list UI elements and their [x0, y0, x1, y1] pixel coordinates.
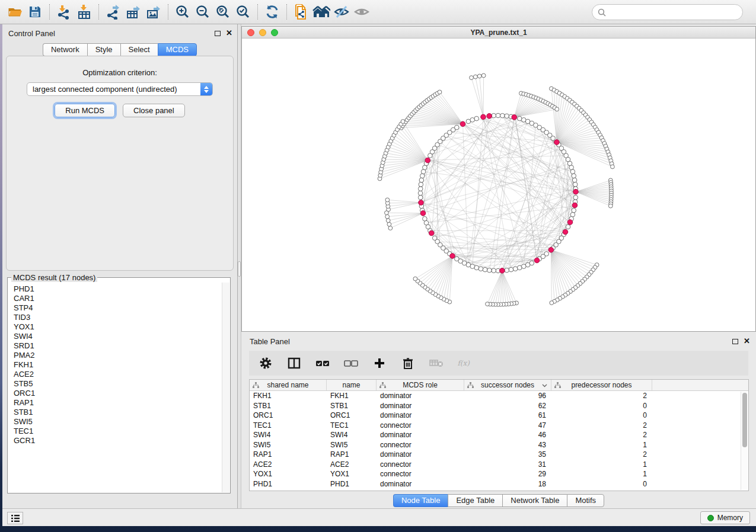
add-column-icon[interactable] [371, 355, 388, 371]
status-bar: Memory [2, 508, 756, 526]
mcds-result-item[interactable]: PMA2 [14, 351, 221, 360]
float-window-icon[interactable] [215, 31, 221, 36]
task-history-icon[interactable] [7, 512, 23, 524]
search-field[interactable] [592, 4, 743, 20]
table-row[interactable]: FKH1FKH1dominator962 [250, 391, 748, 401]
float-window-icon[interactable] [732, 339, 738, 344]
table-row[interactable]: ACE2ACE2connector311 [250, 460, 748, 470]
cell: FKH1 [250, 391, 327, 401]
zoom-in-icon[interactable] [173, 2, 193, 21]
run-mcds-button[interactable]: Run MCDS [55, 104, 115, 117]
column-header-mcds-role[interactable]: MCDS role [377, 380, 464, 390]
show-all-eye-icon[interactable] [352, 2, 372, 21]
network-titlebar: YPA_prune.txt_1 [242, 27, 755, 39]
mcds-result-item[interactable]: SRD1 [14, 341, 221, 351]
column-header-name[interactable]: name [327, 380, 377, 390]
search-input[interactable] [609, 7, 742, 18]
mcds-result-item[interactable]: FKH1 [14, 360, 221, 370]
zoom-out-icon[interactable] [193, 2, 213, 21]
network-node [492, 268, 496, 273]
table-row[interactable]: STB1STB1dominator620 [250, 401, 748, 411]
table-row[interactable]: SWI4SWI4dominator462 [250, 430, 748, 440]
hide-selected-eye-icon[interactable] [331, 2, 352, 21]
table-settings-icon[interactable] [257, 355, 274, 371]
mcds-result-item[interactable]: STB1 [14, 408, 221, 417]
mcds-result-item[interactable]: TEC1 [14, 427, 221, 436]
select-all-rows-icon[interactable] [314, 355, 331, 371]
deselect-all-rows-icon[interactable] [343, 355, 359, 371]
column-header-successor-nodes[interactable]: successor nodes [464, 380, 551, 390]
cell: STB1 [327, 401, 377, 411]
close-panel-icon[interactable]: ✕ [744, 338, 750, 344]
mcds-result-item[interactable]: ACE2 [14, 370, 221, 379]
mcds-result-item[interactable]: TID3 [14, 313, 221, 322]
save-session-icon[interactable] [25, 2, 45, 21]
tab-edge-table[interactable]: Edge Table [448, 494, 502, 507]
control-panel: Control Panel ✕ NetworkStyleSelectMCDS O… [2, 24, 237, 508]
mcds-list-scrollbar[interactable] [222, 283, 229, 492]
table-row[interactable]: YOX1YOX1connector291 [250, 469, 748, 479]
mcds-result-item[interactable]: CAR1 [14, 294, 221, 303]
tab-style[interactable]: Style [87, 43, 120, 56]
export-network-icon[interactable] [103, 2, 123, 21]
cell: 0 [551, 479, 652, 489]
column-header-predecessor-nodes[interactable]: predecessor nodes [551, 380, 652, 390]
export-image-icon[interactable] [143, 2, 164, 21]
table-scrollbar[interactable] [741, 392, 748, 490]
scrollbar-thumb[interactable] [742, 393, 747, 447]
delete-columns-icon[interactable] [400, 355, 416, 371]
mcds-result-item[interactable]: SWI5 [14, 417, 221, 427]
mcds-result-item[interactable]: GCR1 [14, 436, 221, 446]
table-row[interactable]: PHD1PHD1dominator180 [250, 479, 748, 489]
cell: SWI5 [327, 440, 377, 450]
mcds-result-item[interactable]: RAP1 [14, 398, 221, 408]
mcds-result-item[interactable]: YOX1 [14, 322, 221, 332]
tab-select[interactable]: Select [120, 43, 158, 56]
home-layout-icon[interactable] [311, 2, 331, 21]
mcds-result-item[interactable]: STB5 [14, 379, 221, 389]
network-node [505, 114, 509, 118]
tab-motifs[interactable]: Motifs [567, 494, 604, 507]
mcds-result-item[interactable]: ORC1 [14, 389, 221, 398]
mcds-result-item[interactable]: SWI4 [14, 332, 221, 341]
close-panel-button[interactable]: Close panel [123, 104, 185, 117]
zoom-fit-icon[interactable] [213, 2, 233, 21]
mcds-result-item[interactable]: PHD1 [14, 284, 221, 294]
tab-network[interactable]: Network [43, 43, 87, 56]
cell: 1 [551, 440, 652, 450]
panel-splitter[interactable] [237, 24, 241, 508]
criterion-select[interactable]: largest connected component (undirected) [27, 82, 213, 96]
network-node [551, 136, 556, 141]
refresh-view-icon[interactable] [262, 2, 282, 21]
split-view-columns-icon[interactable] [286, 355, 302, 371]
tab-mcds[interactable]: MCDS [158, 43, 197, 56]
splitter-handle-icon[interactable] [238, 261, 241, 277]
open-file-icon[interactable] [5, 2, 25, 21]
import-network-icon[interactable] [54, 2, 74, 21]
table-panel-title: Table Panel [250, 337, 290, 346]
mcds-hub-node [534, 258, 540, 263]
table-row[interactable]: RAP1RAP1dominator352 [250, 450, 748, 460]
tab-node-table[interactable]: Node Table [393, 494, 448, 507]
mcds-hub-node [481, 114, 486, 120]
table-row[interactable]: ORC1ORC1dominator610 [250, 411, 748, 421]
cell: 0 [551, 401, 652, 411]
cell: 2 [551, 421, 652, 431]
mcds-result-title: MCDS result (17 nodes) [11, 273, 97, 282]
network-canvas[interactable] [242, 39, 755, 331]
column-header-shared-name[interactable]: shared name [250, 380, 327, 390]
network-nodes[interactable] [378, 73, 614, 306]
table-row[interactable]: SWI5SWI5connector431 [250, 440, 748, 450]
export-table-icon[interactable] [123, 2, 143, 21]
cell: PHD1 [250, 479, 327, 489]
toolbar-separator [168, 4, 168, 20]
network-node [517, 265, 522, 270]
memory-button[interactable]: Memory [700, 511, 750, 524]
close-panel-icon[interactable]: ✕ [226, 30, 232, 36]
import-table-icon[interactable] [74, 2, 94, 21]
tab-network-table[interactable]: Network Table [502, 494, 567, 507]
mcds-result-item[interactable]: STP4 [14, 303, 221, 313]
table-row[interactable]: TEC1TEC1connector472 [250, 421, 748, 431]
duplicate-network-icon[interactable] [291, 2, 311, 21]
zoom-selected-icon[interactable] [233, 2, 253, 21]
